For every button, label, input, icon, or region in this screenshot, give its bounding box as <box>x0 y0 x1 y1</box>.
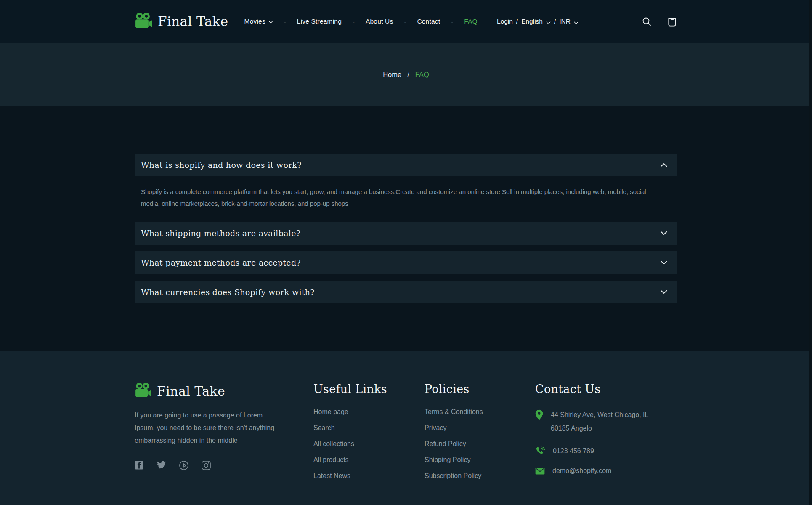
brand-logo[interactable]: Final Take <box>135 13 228 30</box>
contact-email-row[interactable]: demo@shopify.com <box>535 467 677 475</box>
footer-link-home-page[interactable]: Home page <box>313 408 425 416</box>
pinterest-icon[interactable] <box>179 461 188 470</box>
breadcrumb-band: Home / FAQ <box>0 43 812 106</box>
footer-link-all-collections[interactable]: All collections <box>313 440 425 448</box>
chevron-down-icon[interactable] <box>574 19 578 26</box>
footer-link-subscription-policy[interactable]: Subscription Policy <box>425 472 535 480</box>
faq-question-row[interactable]: What payment methods are accepted? <box>135 251 677 274</box>
footer-link-latest-news[interactable]: Latest News <box>313 472 425 480</box>
login-link[interactable]: Login <box>497 18 513 25</box>
faq-item: What shipping methods are availbale? <box>135 222 677 245</box>
nav-item-movies[interactable]: Movies <box>244 18 273 25</box>
footer-about-text: If you are going to use a passage of Lor… <box>135 409 283 447</box>
contact-address: 44 Shirley Ave, West Chicago, IL 60185 A… <box>551 408 662 435</box>
nav-separator: - <box>451 18 453 25</box>
map-pin-icon <box>535 409 543 420</box>
main-nav: Movies - Live Streaming - About Us - Con… <box>244 18 478 25</box>
faq-question: What is shopify and how does it work? <box>141 160 302 170</box>
faq-item: What payment methods are accepted? <box>135 251 677 274</box>
account-controls: Login / English / INR <box>497 17 578 26</box>
twitter-icon[interactable] <box>157 461 166 470</box>
footer-link-privacy[interactable]: Privacy <box>425 424 535 432</box>
chevron-down-icon <box>268 21 273 24</box>
chevron-down-icon[interactable] <box>661 260 667 265</box>
envelope-icon <box>535 468 545 475</box>
footer-column-title: Policies <box>425 383 535 396</box>
facebook-icon[interactable] <box>135 461 143 470</box>
footer-link-search[interactable]: Search <box>313 424 425 432</box>
faq-question: What currencies does Shopify work with? <box>141 287 315 297</box>
contact-phone[interactable]: 0123 456 789 <box>553 447 594 455</box>
page-scrollbar[interactable] <box>809 0 812 505</box>
contact-email[interactable]: demo@shopify.com <box>552 467 611 475</box>
header-icons <box>642 16 677 27</box>
contact-address-row: 44 Shirley Ave, West Chicago, IL 60185 A… <box>535 408 677 435</box>
footer-contact-column: Contact Us 44 Shirley Ave, West Chicago,… <box>535 383 677 488</box>
phone-icon <box>535 446 545 456</box>
nav-item-live-streaming[interactable]: Live Streaming <box>297 18 342 25</box>
breadcrumb-separator: / <box>407 71 409 79</box>
faq-page: Final Take Movies - Live Streaming - Abo… <box>0 0 812 505</box>
search-icon[interactable] <box>642 16 652 27</box>
faq-question: What payment methods are accepted? <box>141 258 301 267</box>
movie-camera-icon <box>135 383 152 399</box>
faq-answer: Shopify is a complete commerce platform … <box>135 176 665 215</box>
faq-question-row[interactable]: What shipping methods are availbale? <box>135 222 677 245</box>
currency-selector[interactable]: INR <box>559 18 571 25</box>
social-links <box>135 461 313 470</box>
chevron-down-icon[interactable] <box>661 231 667 235</box>
footer-link-all-products[interactable]: All products <box>313 456 425 464</box>
brand-name: Final Take <box>158 14 228 29</box>
chevron-down-icon[interactable] <box>661 290 667 294</box>
faq-item: What currencies does Shopify work with? <box>135 281 677 303</box>
account-slash: / <box>516 18 518 25</box>
nav-item-contact[interactable]: Contact <box>417 18 440 25</box>
chevron-up-icon[interactable] <box>661 163 667 167</box>
faq-question: What shipping methods are availbale? <box>141 229 300 238</box>
breadcrumb-home-link[interactable]: Home <box>383 71 401 79</box>
movie-camera-icon <box>135 13 153 30</box>
site-header: Final Take Movies - Live Streaming - Abo… <box>0 0 812 43</box>
faq-question-row[interactable]: What is shopify and how does it work? <box>135 154 677 176</box>
footer-column-title: Useful Links <box>313 383 425 396</box>
nav-item-about-us[interactable]: About Us <box>366 18 393 25</box>
footer-column-title: Contact Us <box>535 383 677 396</box>
footer-link-refund-policy[interactable]: Refund Policy <box>425 440 535 448</box>
footer-brand-column: Final Take If you are going to use a pas… <box>135 383 313 488</box>
faq-question-row[interactable]: What currencies does Shopify work with? <box>135 281 677 303</box>
faq-section: What is shopify and how does it work? Sh… <box>0 106 812 351</box>
breadcrumb-current: FAQ <box>415 71 429 79</box>
breadcrumb: Home / FAQ <box>383 71 429 79</box>
footer-link-terms[interactable]: Terms & Conditions <box>425 408 535 416</box>
nav-item-faq[interactable]: FAQ <box>464 18 478 25</box>
faq-item: What is shopify and how does it work? Sh… <box>135 154 677 215</box>
footer-link-shipping-policy[interactable]: Shipping Policy <box>425 456 535 464</box>
nav-separator: - <box>353 18 355 25</box>
language-selector[interactable]: English <box>521 18 543 25</box>
nav-separator: - <box>404 18 406 25</box>
chevron-down-icon[interactable] <box>546 19 551 26</box>
footer-policies-column: Policies Terms & Conditions Privacy Refu… <box>425 383 535 488</box>
cart-bag-icon[interactable] <box>667 16 677 27</box>
footer-useful-links-column: Useful Links Home page Search All collec… <box>313 383 425 488</box>
site-footer: Final Take If you are going to use a pas… <box>0 351 812 505</box>
footer-brand-logo[interactable]: Final Take <box>135 383 313 399</box>
brand-name: Final Take <box>157 384 225 399</box>
nav-separator: - <box>284 18 286 25</box>
account-slash: / <box>554 18 556 25</box>
instagram-icon[interactable] <box>202 461 211 470</box>
contact-phone-row[interactable]: 0123 456 789 <box>535 446 677 456</box>
